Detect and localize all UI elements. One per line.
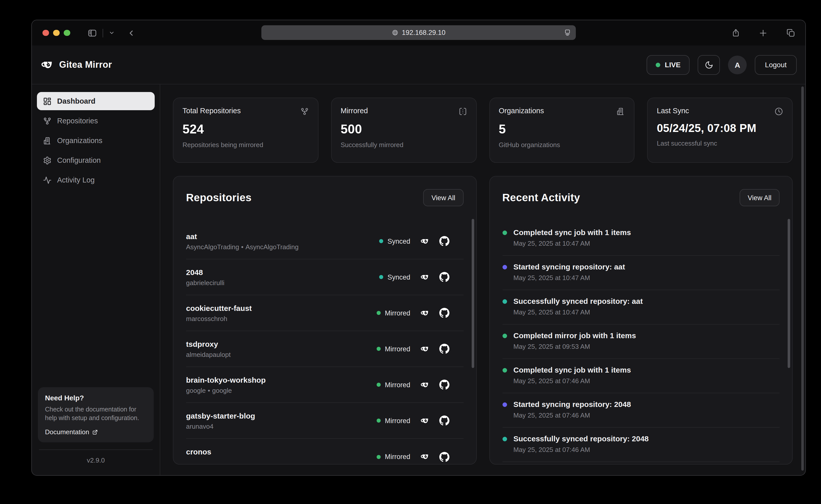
- repo-list: aat AsyncAlgoTrading•AsyncAlgoTrading Sy…: [186, 223, 463, 465]
- sidebar-item-dashboard[interactable]: Dashboard: [37, 92, 155, 110]
- sidebar: Dashboard Repositories: [32, 84, 160, 475]
- repo-status-badge: Mirrored: [377, 345, 410, 353]
- activity-timestamp: May 25, 2025 at 10:47 AM: [513, 274, 625, 282]
- github-icon[interactable]: [439, 272, 449, 282]
- gitea-icon[interactable]: [420, 344, 429, 354]
- activity-scrollbar[interactable]: [788, 219, 790, 368]
- chevron-down-icon[interactable]: [108, 30, 115, 36]
- repo-status-badge: Mirrored: [377, 417, 410, 424]
- activity-item: Completed mirror job with 1 items May 25…: [502, 325, 780, 359]
- repo-name: cronos: [186, 447, 377, 456]
- main-content: Total Repositories 524 Repositories bein…: [160, 84, 805, 475]
- app-header: Gitea Mirror LIVE A: [32, 45, 805, 84]
- repo-row: tsdproxy almeidapaulopt• Mirrored: [186, 331, 463, 367]
- gitea-icon[interactable]: [420, 236, 429, 246]
- sidebar-item-label: Activity Log: [57, 176, 95, 184]
- status-dot: [377, 419, 381, 423]
- activity-timestamp: May 25, 2025 at 10:47 AM: [513, 240, 631, 247]
- repo-row: aat AsyncAlgoTrading•AsyncAlgoTrading Sy…: [186, 223, 463, 259]
- activity-pulse-icon: [43, 176, 52, 184]
- activity-status-dot: [502, 368, 507, 373]
- building-icon: [617, 107, 625, 116]
- logout-label: Logout: [765, 61, 787, 69]
- repo-owner: •: [186, 459, 377, 465]
- github-icon[interactable]: [439, 380, 449, 390]
- repo-name: cookiecutter-faust: [186, 304, 377, 312]
- github-icon[interactable]: [439, 452, 449, 462]
- documentation-link-label: Documentation: [45, 428, 89, 436]
- stat-value: 524: [183, 122, 309, 136]
- moon-icon: [704, 60, 713, 69]
- repositories-view-all-button[interactable]: View All: [423, 189, 463, 206]
- app-title: Gitea Mirror: [59, 59, 112, 70]
- globe-icon: [392, 29, 398, 36]
- activity-message: Successfully synced repository: aat: [513, 297, 643, 305]
- repo-row: cronos • Mirrored: [186, 439, 463, 465]
- repo-owner: almeidapaulopt•: [186, 351, 377, 358]
- close-window-button[interactable]: [42, 30, 49, 36]
- stat-value: 500: [341, 122, 467, 136]
- sidebar-item-configuration[interactable]: Configuration: [37, 151, 155, 169]
- repo-owner: google•google: [186, 386, 377, 394]
- repo-status-label: Mirrored: [385, 453, 410, 461]
- sidebar-divider: [39, 449, 153, 450]
- stat-title: Mirrored: [341, 107, 368, 115]
- repo-row: cookiecutter-faust marcosschroh• Mirrore…: [186, 295, 463, 331]
- stat-value: 5: [499, 122, 625, 136]
- live-status-label: LIVE: [665, 61, 680, 69]
- repositories-panel: Repositories View All aat AsyncAlgoTradi…: [173, 176, 476, 465]
- theme-toggle-button[interactable]: [698, 55, 720, 75]
- page-scrollbar[interactable]: [801, 86, 804, 471]
- zoom-window-button[interactable]: [64, 30, 70, 36]
- github-icon[interactable]: [439, 236, 449, 246]
- activity-status-dot: [502, 437, 507, 441]
- clock-icon: [774, 107, 783, 116]
- repo-status-badge: Mirrored: [377, 453, 410, 461]
- sidebar-toggle-icon[interactable]: [87, 28, 97, 38]
- github-icon[interactable]: [439, 344, 449, 354]
- sidebar-item-activity-log[interactable]: Activity Log: [37, 171, 155, 189]
- stat-value: 05/24/25, 07:08 PM: [657, 122, 783, 135]
- activity-status-dot: [502, 231, 507, 235]
- live-status-badge[interactable]: LIVE: [647, 55, 690, 75]
- gitea-icon[interactable]: [420, 416, 429, 425]
- repositories-scrollbar[interactable]: [471, 219, 474, 368]
- share-icon[interactable]: [732, 28, 740, 37]
- activity-message: Completed mirror job with 1 items: [513, 331, 636, 340]
- minimize-window-button[interactable]: [53, 30, 59, 36]
- repo-owner: marcosschroh•: [186, 315, 377, 322]
- tab-overview-icon[interactable]: [786, 28, 795, 37]
- new-tab-icon[interactable]: [759, 29, 767, 37]
- stat-card-organizations: Organizations 5 GitHub organizations: [489, 98, 635, 163]
- repo-status-badge: Mirrored: [377, 381, 410, 388]
- gitea-icon[interactable]: [420, 452, 429, 462]
- git-fork-icon: [43, 117, 52, 125]
- repo-status-badge: Synced: [379, 237, 410, 245]
- gitea-icon[interactable]: [420, 272, 429, 282]
- back-button[interactable]: [127, 29, 135, 37]
- gitea-icon[interactable]: [420, 380, 429, 390]
- activity-list: Completed sync job with 1 items May 25, …: [502, 221, 780, 462]
- gitea-icon[interactable]: [420, 308, 429, 318]
- address-bar[interactable]: 192.168.29.10: [261, 25, 576, 40]
- logout-button[interactable]: Logout: [755, 55, 797, 75]
- page-settings-icon[interactable]: [564, 29, 571, 36]
- sidebar-item-repositories[interactable]: Repositories: [37, 112, 155, 130]
- user-avatar[interactable]: A: [728, 55, 747, 74]
- activity-timestamp: May 25, 2025 at 07:46 AM: [513, 446, 649, 453]
- help-card: Need Help? Check out the documentation f…: [38, 387, 154, 442]
- github-icon[interactable]: [439, 308, 449, 318]
- activity-view-all-button[interactable]: View All: [740, 189, 780, 206]
- status-dot: [377, 311, 381, 315]
- activity-status-dot: [502, 402, 507, 407]
- activity-message: Completed sync job with 1 items: [513, 365, 631, 374]
- repo-owner: arunavo4•: [186, 422, 377, 430]
- repo-status-label: Mirrored: [385, 345, 410, 353]
- github-icon[interactable]: [439, 416, 449, 426]
- sidebar-item-label: Repositories: [57, 117, 98, 125]
- app-brand[interactable]: Gitea Mirror: [40, 58, 112, 72]
- documentation-link[interactable]: Documentation: [45, 428, 147, 436]
- screen: 192.168.29.10: [0, 0, 821, 504]
- sidebar-item-organizations[interactable]: Organizations: [37, 131, 155, 150]
- browser-toolbar: 192.168.29.10: [32, 20, 805, 45]
